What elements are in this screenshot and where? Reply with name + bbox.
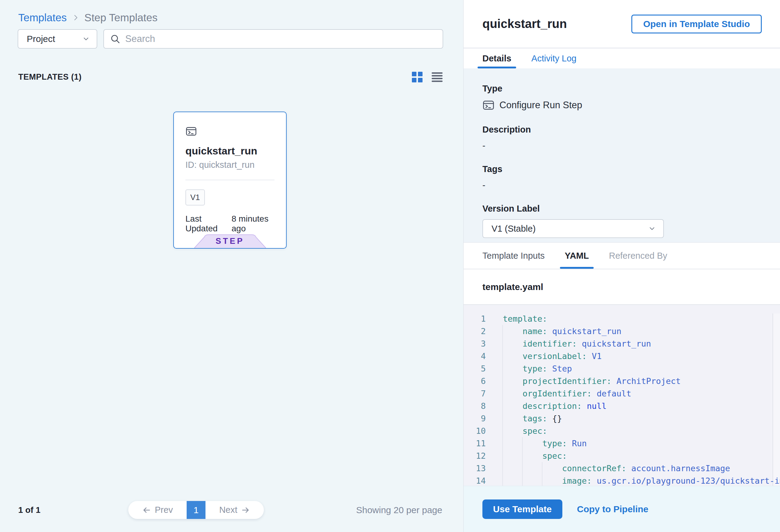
page-1-button[interactable]: 1 <box>187 501 205 519</box>
breadcrumb-templates-link[interactable]: Templates <box>18 11 67 24</box>
pagination: Prev 1 Next <box>128 501 264 519</box>
chevron-right-icon <box>72 14 80 21</box>
template-list-panel: Templates Step Templates Project TEMPLAT <box>0 0 463 532</box>
yaml-line: 6 projectIdentifier: ArchitProject <box>464 375 780 387</box>
breadcrumb-current: Step Templates <box>85 11 158 24</box>
step-type-tag: STEP <box>194 234 266 248</box>
breadcrumb: Templates Step Templates <box>18 11 157 24</box>
scope-dropdown-value: Project <box>27 34 55 44</box>
description-value: - <box>482 141 761 151</box>
search-box <box>103 29 443 49</box>
details-header: quickstart_run Open in Template Studio <box>464 0 780 48</box>
last-updated-label: Last Updated <box>185 214 226 234</box>
page-size-text: Showing 20 per page <box>356 505 442 515</box>
list-controls: Project <box>18 29 443 49</box>
tags-value: - <box>482 180 761 190</box>
card-divider <box>185 180 275 180</box>
template-card-quickstart-run[interactable]: quickstart_run ID: quickstart_run V1 Las… <box>173 111 287 249</box>
last-updated-value: 8 minutes ago <box>232 214 275 234</box>
card-id: ID: quickstart_run <box>185 160 275 170</box>
list-header: TEMPLATES (1) <box>18 72 443 82</box>
yaml-line: 9 tags: {} <box>464 412 780 425</box>
terminal-step-icon <box>482 99 495 111</box>
yaml-editor[interactable]: 1template:2 name: quickstart_run3 identi… <box>464 305 780 486</box>
chevron-down-icon <box>82 35 90 43</box>
open-in-template-studio-button[interactable]: Open in Template Studio <box>631 14 762 34</box>
yaml-line: 14 image: us.gcr.io/playground-123/quick… <box>464 475 780 486</box>
templates-page: Templates Step Templates Project TEMPLAT <box>0 0 780 532</box>
arrow-left-icon <box>142 505 151 515</box>
card-last-updated: Last Updated 8 minutes ago <box>185 214 275 234</box>
yaml-line: 13 connectorRef: account.harnessImage <box>464 462 780 475</box>
details-title: quickstart_run <box>482 17 631 31</box>
yaml-line: 1template: <box>464 312 780 325</box>
type-row: Configure Run Step <box>482 99 761 111</box>
list-view-icon[interactable] <box>432 72 443 82</box>
chevron-down-icon <box>648 225 656 233</box>
next-label: Next <box>219 505 237 515</box>
yaml-line: 4 versionLabel: V1 <box>464 350 780 362</box>
terminal-step-icon <box>185 126 275 137</box>
tab-referenced-by[interactable]: Referenced By <box>604 243 672 269</box>
yaml-line: 7 orgIdentifier: default <box>464 387 780 400</box>
prev-label: Prev <box>155 505 173 515</box>
use-template-button[interactable]: Use Template <box>482 499 563 519</box>
search-icon <box>110 34 120 44</box>
copy-to-pipeline-link[interactable]: Copy to Pipeline <box>577 504 648 514</box>
pagination-summary: 1 of 1 <box>18 505 40 515</box>
template-details-panel: quickstart_run Open in Template Studio D… <box>463 0 780 532</box>
yaml-line: 5 type: Step <box>464 362 780 375</box>
yaml-line: 11 type: Run <box>464 437 780 450</box>
version-dropdown-value: V1 (Stable) <box>492 224 536 234</box>
scope-dropdown[interactable]: Project <box>18 29 97 49</box>
yaml-code-lines: 1template:2 name: quickstart_run3 identi… <box>464 312 780 486</box>
yaml-line: 8 description: null <box>464 400 780 412</box>
details-footer: Use Template Copy to Pipeline <box>464 486 780 532</box>
tab-activity-log[interactable]: Activity Log <box>527 48 581 68</box>
templates-count-label: TEMPLATES (1) <box>18 72 82 82</box>
yaml-file-row: template.yaml <box>464 269 780 305</box>
tab-yaml[interactable]: YAML <box>560 243 594 269</box>
type-label: Type <box>482 84 761 94</box>
card-version-badge: V1 <box>185 189 205 205</box>
yaml-tabs: Template Inputs YAML Referenced By <box>464 242 780 269</box>
yaml-line: 10 spec: <box>464 425 780 437</box>
yaml-line: 12 spec: <box>464 450 780 462</box>
tab-template-inputs[interactable]: Template Inputs <box>478 243 549 269</box>
prev-page-button[interactable]: Prev <box>128 501 187 519</box>
grid-view-icon[interactable] <box>412 72 423 82</box>
search-input[interactable] <box>125 34 437 44</box>
next-page-button[interactable]: Next <box>205 501 264 519</box>
details-body: Type Configure Run Step Description - Ta… <box>464 68 780 242</box>
details-tabs: Details Activity Log <box>464 48 780 68</box>
description-label: Description <box>482 125 761 135</box>
tab-details[interactable]: Details <box>478 48 516 68</box>
type-value: Configure Run Step <box>499 100 582 111</box>
tags-label: Tags <box>482 164 761 174</box>
arrow-right-icon <box>241 505 250 515</box>
step-tag-label: STEP <box>194 237 266 246</box>
version-label: Version Label <box>482 204 761 214</box>
yaml-filename: template.yaml <box>482 282 543 292</box>
view-toggles <box>412 72 443 82</box>
version-dropdown[interactable]: V1 (Stable) <box>482 219 664 238</box>
card-title: quickstart_run <box>185 145 275 157</box>
yaml-line: 2 name: quickstart_run <box>464 325 780 337</box>
yaml-line: 3 identifier: quickstart_run <box>464 337 780 350</box>
